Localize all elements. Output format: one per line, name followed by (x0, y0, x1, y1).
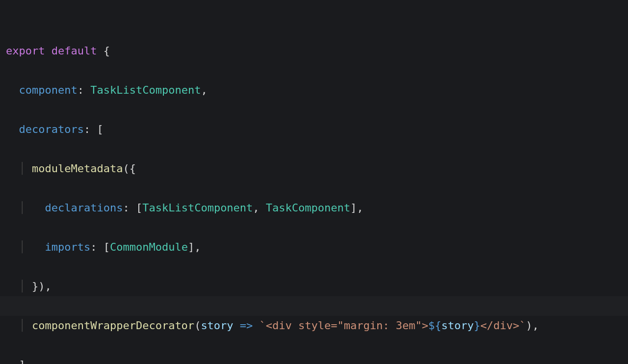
type-tasklistcomponent: TaskListComponent (90, 84, 201, 96)
type-tasklistcomponent: TaskListComponent (142, 202, 253, 214)
arrow: => (240, 319, 253, 332)
template-string: `<div style="margin: 3em"> (260, 319, 428, 332)
code-line: ], (6, 355, 628, 364)
interp-open: ${ (428, 319, 442, 332)
param-story: story (201, 319, 233, 332)
type-taskcomponent: TaskComponent (266, 202, 350, 214)
code-line: component: TaskListComponent, (6, 80, 628, 100)
template-string-close: </div>` (480, 319, 526, 332)
code-line: │ imports: [CommonModule], (6, 237, 628, 257)
keyword-export: export (6, 45, 45, 57)
code-line: │ }), (6, 277, 628, 296)
property-imports: imports (45, 241, 90, 253)
interp-var: story (441, 319, 473, 332)
code-editor[interactable]: export default { component: TaskListComp… (0, 0, 628, 364)
fn-modulemetadata: moduleMetadata (32, 162, 123, 175)
type-commonmodule: CommonModule (110, 241, 188, 253)
code-line: decorators: [ (6, 120, 628, 139)
interp-close: } (474, 319, 480, 332)
keyword-default: default (52, 45, 97, 57)
property-declarations: declarations (45, 202, 123, 214)
fn-componentwrapperdecorator: componentWrapperDecorator (32, 319, 194, 332)
property-decorators: decorators (19, 123, 84, 135)
code-line: │ declarations: [TaskListComponent, Task… (6, 198, 628, 218)
property-component: component (19, 84, 78, 96)
current-line-highlight (0, 296, 628, 316)
code-line: │ componentWrapperDecorator(story => `<d… (6, 316, 628, 336)
code-line: │ moduleMetadata({ (6, 159, 628, 179)
code-line: export default { (6, 41, 628, 61)
